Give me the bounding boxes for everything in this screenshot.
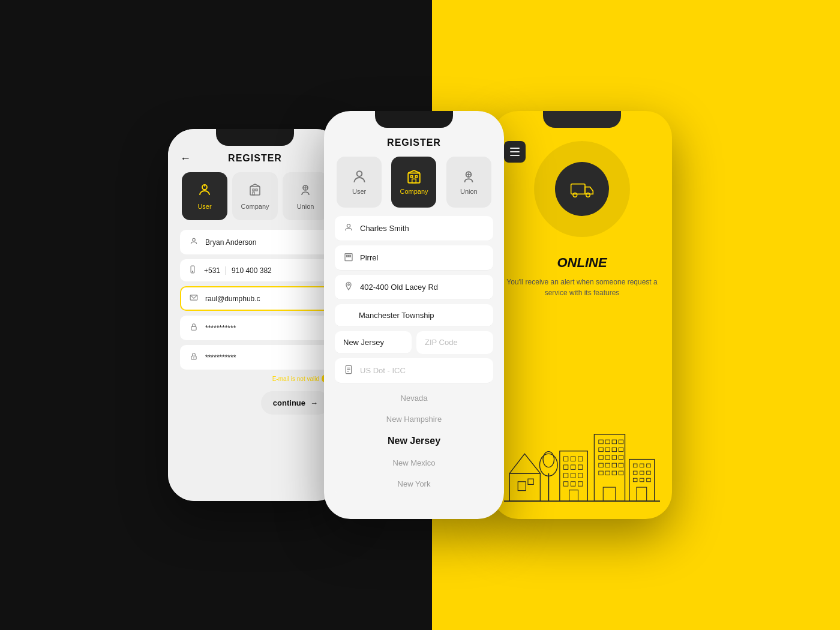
- password1-field[interactable]: ***********: [180, 316, 330, 340]
- p2-zip-field[interactable]: ZIP Code: [416, 331, 493, 354]
- dropdown-new-hampshire[interactable]: New Hampshire: [335, 409, 493, 430]
- p2-city-value: Manchester Township: [359, 311, 485, 320]
- outer-circle: [534, 141, 630, 237]
- continue-button[interactable]: continue →: [261, 391, 330, 415]
- svg-rect-62: [612, 456, 616, 460]
- phone2-company-register: REGISTER User: [324, 111, 504, 519]
- p2-state-value: New Jersey: [343, 338, 384, 347]
- p2-state-field[interactable]: New Jersey: [335, 331, 412, 354]
- p2-company-field[interactable]: Pirrel: [335, 245, 493, 271]
- back-button[interactable]: ←: [180, 152, 191, 165]
- svg-rect-76: [647, 464, 650, 468]
- svg-rect-11: [191, 326, 196, 330]
- p2-company-value: Pirrel: [360, 253, 485, 262]
- svg-rect-32: [518, 482, 526, 491]
- type-btn-union[interactable]: Union: [283, 172, 328, 220]
- p2-type-union[interactable]: Union: [446, 157, 491, 208]
- type-btn-company[interactable]: Company: [232, 172, 278, 220]
- svg-rect-65: [605, 464, 610, 467]
- phone2-type-selector: User Company: [335, 157, 493, 208]
- svg-rect-71: [619, 472, 623, 475]
- svg-rect-68: [599, 472, 603, 475]
- union-type-icon: [298, 183, 313, 200]
- svg-rect-57: [605, 448, 610, 452]
- svg-rect-70: [612, 472, 616, 475]
- svg-rect-49: [578, 482, 583, 486]
- truck-icon: [570, 177, 594, 201]
- phone-field[interactable]: +531 910 400 382: [180, 259, 330, 281]
- password2-field[interactable]: ***********: [180, 345, 330, 370]
- svg-rect-83: [637, 488, 647, 502]
- hamburger-line-2: [510, 151, 520, 152]
- error-text: E-mail is not valid: [272, 376, 319, 382]
- svg-rect-15: [408, 173, 420, 183]
- password2-value: ***********: [205, 353, 322, 362]
- phone-icon: [187, 265, 198, 275]
- svg-point-14: [356, 171, 362, 176]
- inner-circle: [555, 162, 609, 216]
- svg-rect-79: [647, 472, 650, 475]
- svg-rect-77: [633, 472, 637, 475]
- p2-union-label: Union: [460, 188, 478, 195]
- svg-rect-41: [563, 465, 568, 469]
- p2-pin-icon: [343, 281, 354, 293]
- p2-license-placeholder: US Dot - ICC: [360, 366, 485, 375]
- svg-rect-55: [619, 440, 623, 444]
- dropdown-new-jersey[interactable]: New Jersey: [335, 430, 493, 452]
- email-icon: [188, 293, 199, 304]
- name-field[interactable]: Bryan Anderson: [180, 230, 330, 254]
- svg-rect-3: [253, 189, 254, 191]
- svg-rect-23: [349, 255, 351, 257]
- svg-rect-61: [605, 456, 610, 460]
- svg-rect-75: [640, 464, 644, 468]
- lock1-icon: [188, 323, 199, 333]
- svg-rect-16: [411, 176, 413, 178]
- p2-license-field[interactable]: US Dot - ICC: [335, 358, 493, 383]
- phone2-notch: [375, 111, 453, 128]
- p2-company-label: Company: [400, 188, 428, 195]
- svg-rect-33: [528, 479, 533, 485]
- svg-marker-31: [509, 454, 540, 473]
- dropdown-nevada[interactable]: Nevada: [335, 388, 493, 409]
- phone1-user-register: ← REGISTER User: [168, 129, 342, 501]
- svg-point-7: [193, 238, 196, 241]
- user-type-icon: [197, 183, 212, 200]
- svg-rect-66: [612, 464, 616, 467]
- name-icon: [188, 237, 199, 247]
- phone3-online: ONLINE You'll receive an alert when some…: [492, 111, 672, 519]
- menu-button[interactable]: [504, 141, 526, 163]
- p2-type-company[interactable]: Company: [391, 157, 436, 208]
- svg-rect-46: [578, 473, 583, 478]
- svg-rect-67: [619, 464, 623, 467]
- svg-point-35: [539, 454, 557, 476]
- city-illustration: [504, 418, 660, 507]
- p2-person-icon: [343, 223, 354, 234]
- svg-rect-2: [250, 187, 260, 195]
- type-union-label: Union: [297, 203, 314, 210]
- phone-code: +531: [204, 266, 226, 275]
- dropdown-new-york[interactable]: New York: [335, 473, 493, 494]
- svg-rect-80: [633, 479, 637, 482]
- type-btn-user[interactable]: User: [182, 172, 227, 220]
- svg-rect-56: [599, 448, 603, 452]
- dropdown-new-mexico[interactable]: New Mexico: [335, 452, 493, 473]
- phone2-title: REGISTER: [387, 137, 441, 148]
- svg-rect-72: [603, 488, 615, 502]
- p2-name-value: Charles Smith: [360, 224, 485, 233]
- email-value: raul@dumphub.c: [205, 295, 322, 303]
- state-dropdown[interactable]: Nevada New Hampshire New Jersey New Mexi…: [335, 388, 493, 494]
- svg-rect-26: [571, 184, 585, 194]
- email-field[interactable]: raul@dumphub.c: [180, 286, 330, 311]
- svg-rect-43: [578, 465, 583, 469]
- state-zip-row: New Jersey ZIP Code: [335, 331, 493, 354]
- online-content: ONLINE You'll receive an alert when some…: [492, 111, 672, 519]
- p2-address-field[interactable]: 402-400 Old Lacey Rd: [335, 275, 493, 300]
- p2-type-user[interactable]: User: [337, 157, 382, 208]
- svg-rect-45: [571, 473, 575, 478]
- password1-value: ***********: [205, 324, 322, 332]
- svg-rect-30: [509, 473, 540, 501]
- p2-name-field[interactable]: Charles Smith: [335, 216, 493, 241]
- phone1-notch: [216, 129, 294, 146]
- p2-city-field[interactable]: Manchester Township: [335, 304, 493, 327]
- arrow-icon: →: [310, 398, 318, 407]
